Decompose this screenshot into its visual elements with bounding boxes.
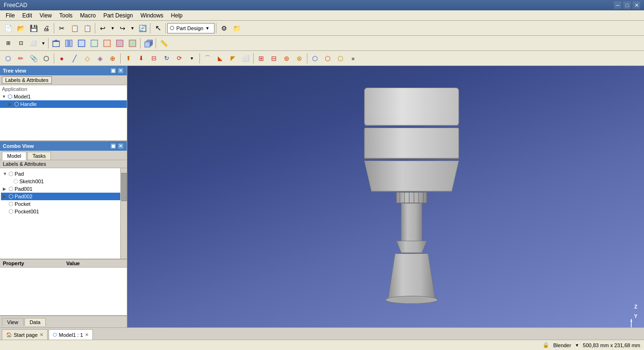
clone-button[interactable]: ⬡ — [40, 52, 52, 65]
sphere-button[interactable]: ● — [347, 52, 359, 65]
tree-item-handle[interactable]: ▶ ⬡ Handle — [0, 100, 127, 108]
cut-button[interactable]: ✂ — [56, 22, 68, 34]
redo-button[interactable]: ↪ — [116, 22, 129, 34]
combo-item-pocket001[interactable]: ▶ ⬡ Pocket001 — [1, 208, 126, 215]
combo-item-pad001[interactable]: ▶ ⬡ Pad001 — [1, 185, 126, 193]
combo-item-sketch001[interactable]: ⬡ Sketch001 — [1, 178, 126, 185]
undo-button[interactable]: ↩ — [97, 22, 109, 34]
combo-tree-inner: ▼ ⬡ Pad ⬡ Sketch001 ▶ ⬡ — [1, 169, 126, 216]
print-button[interactable]: 🖨 — [40, 22, 52, 34]
view-left-button[interactable] — [126, 37, 139, 49]
tab-model1[interactable]: ⬡ Model1 : 1 ✕ — [49, 329, 93, 340]
paste-button[interactable]: 📋 — [81, 22, 93, 34]
fit-all-button[interactable]: ⊞ — [2, 37, 14, 49]
cs-button[interactable]: ⊕ — [107, 52, 119, 65]
view-right-button[interactable] — [88, 37, 100, 49]
body-button[interactable]: ⬡ — [2, 52, 14, 65]
body2-button[interactable]: ⬡ — [334, 52, 347, 65]
new-file-button[interactable]: 📄 — [2, 22, 14, 34]
refresh-button[interactable]: 🔄 — [136, 22, 149, 34]
toolbar-sep-v3 — [156, 38, 156, 49]
polar-pattern-button[interactable]: ⊛ — [281, 52, 293, 65]
part-button[interactable]: ⬡ — [322, 52, 334, 65]
pocket-button[interactable]: ⬇ — [135, 52, 147, 65]
maximize-button[interactable]: □ — [623, 1, 631, 9]
scrollbar-thumb[interactable] — [121, 173, 127, 201]
draw-style-button[interactable]: ⬜ — [27, 37, 40, 49]
combo-scrollbar[interactable] — [120, 168, 127, 259]
toolbar-separator-3 — [150, 23, 150, 33]
folder2-button[interactable]: 📁 — [231, 22, 243, 34]
datum-point-button[interactable]: ● — [56, 52, 68, 65]
save-button[interactable]: 💾 — [27, 22, 40, 34]
minimize-button[interactable]: ─ — [614, 1, 621, 9]
renderer-dropdown-icon[interactable]: ▼ — [575, 343, 579, 348]
tree-item-model1[interactable]: ▼ ⬡ Model1 — [0, 93, 127, 100]
additive-drop-button[interactable]: ▼ — [186, 52, 198, 65]
redo-dropdown-button[interactable]: ▼ — [129, 22, 136, 34]
workbench-dropdown[interactable]: ⬡ Part Design ▼ — [167, 23, 215, 33]
view-home-button[interactable] — [50, 37, 62, 49]
view-3d-button[interactable] — [142, 37, 154, 49]
bottom-tab-data[interactable]: Data — [25, 318, 46, 326]
tree-app-label: Application — [0, 85, 127, 93]
draw-style-drop[interactable]: ▼ — [40, 37, 47, 49]
bottom-tab-view[interactable]: View — [2, 318, 24, 326]
menu-windows[interactable]: Windows — [137, 10, 167, 20]
view-bottom-button[interactable] — [114, 37, 126, 49]
toolbar-separator-1 — [54, 23, 54, 33]
chamfer-button[interactable]: ◣ — [214, 52, 226, 65]
datum-line-button[interactable]: ╱ — [68, 52, 81, 65]
thickness-button[interactable]: ⬜ — [239, 52, 252, 65]
combo-tab-tasks[interactable]: Tasks — [27, 152, 51, 160]
3d-viewport[interactable]: Z Y — [127, 66, 644, 327]
undo-dropdown-button[interactable]: ▼ — [109, 22, 116, 34]
mirrored-button[interactable]: ⊞ — [255, 52, 267, 65]
combo-item-pocket[interactable]: ▶ ⬡ Pocket — [1, 200, 126, 208]
view-back-button[interactable] — [101, 37, 113, 49]
menu-view[interactable]: View — [36, 10, 56, 20]
tree-close-button[interactable]: ✕ — [117, 67, 124, 74]
menu-help[interactable]: Help — [167, 10, 187, 20]
close-button[interactable]: ✕ — [633, 1, 640, 9]
combo-restore-button[interactable]: ▣ — [110, 143, 116, 149]
fit-sel-button[interactable]: ⊡ — [15, 37, 27, 49]
combo-close-button[interactable]: ✕ — [117, 143, 124, 149]
left-panel: Tree view ▣ ✕ Labels & Attributes Applic… — [0, 66, 127, 327]
combo-item-pad002[interactable]: ▶ ⬡ Pad002 — [1, 193, 126, 200]
toolbar-sep-v2 — [140, 38, 140, 49]
macro-button[interactable]: ⚙ — [218, 22, 230, 34]
model1-close-button[interactable]: ✕ — [85, 332, 89, 337]
view-front-button[interactable] — [63, 37, 75, 49]
pad-drop-button[interactable]: ⊟ — [148, 52, 160, 65]
tree-labels-button[interactable]: Labels & Attributes — [2, 76, 52, 84]
menu-file[interactable]: File — [2, 10, 18, 20]
menu-edit[interactable]: Edit — [18, 10, 36, 20]
measure-button[interactable]: 📏 — [157, 37, 170, 49]
combo-item-pad[interactable]: ▼ ⬡ Pad — [1, 170, 126, 178]
multitransform-button[interactable]: ⊗ — [293, 52, 305, 65]
pad-button[interactable]: ⬆ — [122, 52, 134, 65]
tree-restore-button[interactable]: ▣ — [110, 67, 116, 74]
start-page-close-button[interactable]: ✕ — [40, 332, 43, 337]
open-file-button[interactable]: 📂 — [15, 22, 27, 34]
boolean-button[interactable]: ⬡ — [309, 52, 321, 65]
revolution-button[interactable]: ↻ — [160, 52, 173, 65]
copy-button[interactable]: 📋 — [68, 22, 81, 34]
view-top-button[interactable] — [75, 37, 88, 49]
draft-button[interactable]: ◤ — [227, 52, 239, 65]
linear-pattern-button[interactable]: ⊟ — [268, 52, 280, 65]
datum-drop-button[interactable]: ◈ — [94, 52, 106, 65]
pointer-button[interactable]: ↖ — [152, 22, 164, 34]
combo-tab-model[interactable]: Model — [2, 152, 26, 160]
menu-tools[interactable]: Tools — [56, 10, 76, 20]
combo-labels-bar: Labels & Attributes — [0, 160, 127, 168]
fillet-button[interactable]: ⌒ — [201, 52, 214, 65]
groove-button[interactable]: ⟳ — [173, 52, 185, 65]
menu-macro[interactable]: Macro — [76, 10, 99, 20]
attach-button[interactable]: 📎 — [27, 52, 40, 65]
tab-start-page[interactable]: 🏠 Start page ✕ — [2, 329, 48, 340]
sketch-button[interactable]: ✏ — [15, 52, 27, 65]
datum-plane-button[interactable]: ◇ — [81, 52, 93, 65]
menu-part-design[interactable]: Part Design — [99, 10, 137, 20]
